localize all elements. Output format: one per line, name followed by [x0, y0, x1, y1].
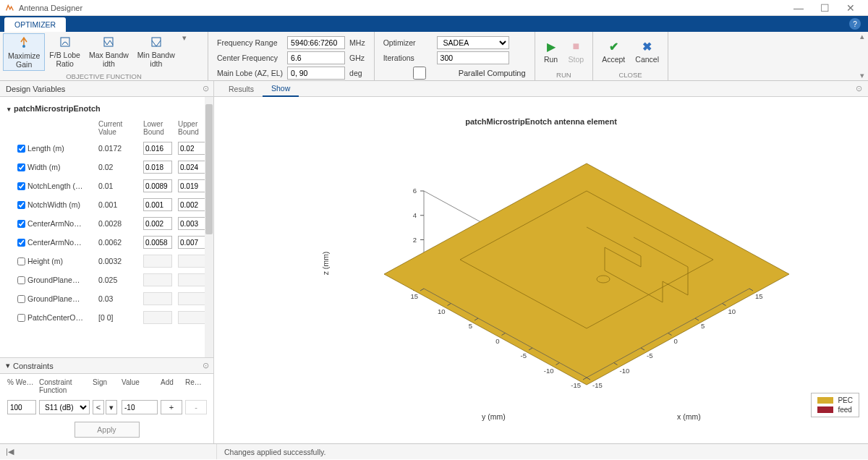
dv-row: GroundPlane…0.03: [0, 289, 205, 308]
gear-icon[interactable]: ⊙: [203, 84, 209, 93]
optimizer-select[interactable]: SADEA: [437, 36, 509, 49]
scrollbar-thumb[interactable]: [205, 104, 213, 234]
main-area: Design Variables ⊙ patchMicrostripEnotch…: [0, 81, 868, 443]
max-bandwidth-button[interactable]: Max Bandw idth: [85, 33, 133, 69]
dv-name: GroundPlane…: [27, 294, 80, 303]
dv-lower-input[interactable]: [143, 198, 172, 211]
freq-range-unit: MHz: [349, 38, 365, 47]
dv-lower-input[interactable]: [143, 311, 172, 324]
dv-row: Height (m)0.0032: [0, 252, 205, 271]
svg-text:5: 5: [701, 322, 705, 330]
y-axis-label: y (mm): [482, 412, 506, 421]
dv-name: PatchCenterO…: [27, 313, 83, 322]
dv-section-toggle[interactable]: patchMicrostripEnotch: [0, 100, 205, 117]
dv-row: Length (m)0.0172: [0, 139, 205, 158]
objective-dropdown[interactable]: ▾: [179, 33, 190, 43]
nav-first-button[interactable]: |◀: [0, 444, 217, 459]
main-lobe-input[interactable]: [287, 67, 345, 80]
svg-text:6: 6: [413, 187, 417, 195]
dv-upper-input[interactable]: [178, 198, 205, 211]
apply-button[interactable]: Apply: [75, 422, 140, 438]
svg-text:2: 2: [413, 236, 417, 244]
dv-lower-input[interactable]: [143, 292, 172, 305]
help-button[interactable]: ?: [849, 18, 861, 30]
dv-upper-input[interactable]: [178, 142, 205, 155]
matlab-icon: [4, 3, 14, 13]
dv-name: CenterArmNo…: [27, 238, 82, 247]
dv-upper-input[interactable]: [178, 273, 205, 286]
dv-checkbox[interactable]: [17, 239, 25, 247]
dv-checkbox[interactable]: [17, 201, 25, 209]
lobe-icon: [58, 35, 72, 49]
iterations-label: Iterations: [383, 54, 433, 62]
dv-current-value: 0.0028: [98, 219, 137, 228]
gear-icon[interactable]: ⊙: [856, 84, 862, 93]
dv-row: GroundPlane…0.025: [0, 271, 205, 289]
tab-show[interactable]: Show: [263, 81, 299, 97]
dv-upper-input[interactable]: [178, 217, 205, 230]
center-freq-input[interactable]: [287, 51, 345, 64]
dv-upper-input[interactable]: [178, 292, 205, 305]
dv-lower-input[interactable]: [143, 217, 172, 230]
optimizer-label: Optimizer: [383, 38, 433, 47]
dv-checkbox[interactable]: [17, 276, 25, 284]
ribbon-collapse-down[interactable]: ▾: [858, 71, 867, 80]
tab-optimizer[interactable]: OPTIMIZER: [4, 17, 66, 32]
dv-lower-input[interactable]: [143, 273, 172, 286]
dv-lower-input[interactable]: [143, 161, 172, 174]
dv-lower-input[interactable]: [143, 142, 172, 155]
dv-name: CenterArmNo…: [27, 219, 82, 228]
dv-checkbox[interactable]: [17, 220, 25, 228]
dv-upper-input[interactable]: [178, 179, 205, 192]
dv-lower-input[interactable]: [143, 255, 172, 268]
constraints-header[interactable]: ▾Constraints ⊙: [0, 358, 213, 374]
dv-checkbox[interactable]: [17, 182, 25, 190]
constraint-add-button[interactable]: +: [161, 400, 182, 414]
center-freq-unit: GHz: [349, 54, 365, 62]
dv-checkbox[interactable]: [17, 145, 25, 153]
plot-3d: -20246 -15-10-5051015 -15-10-505101: [301, 126, 822, 444]
dv-checkbox[interactable]: [17, 295, 25, 303]
svg-text:-15: -15: [592, 381, 603, 389]
parallel-checkbox[interactable]: [383, 67, 456, 80]
titlebar: Antenna Designer — ☐ ✕: [0, 0, 868, 16]
svg-text:15: 15: [410, 292, 418, 300]
dv-lower-input[interactable]: [143, 179, 172, 192]
fb-lobe-ratio-button[interactable]: F/B Lobe Ratio: [45, 33, 85, 69]
ribbon-collapse-up[interactable]: ▴: [858, 32, 867, 41]
gear-icon[interactable]: ⊙: [203, 361, 209, 370]
dv-lower-input[interactable]: [143, 236, 172, 249]
dv-checkbox[interactable]: [17, 314, 25, 322]
check-icon: ✔: [606, 39, 621, 54]
tab-results[interactable]: Results: [220, 82, 263, 96]
iterations-input[interactable]: [437, 51, 509, 64]
maximize-button[interactable]: ☐: [812, 1, 838, 15]
close-window-button[interactable]: ✕: [838, 1, 864, 15]
dv-name: Height (m): [27, 257, 63, 265]
plot-area[interactable]: patchMicrostripEnotch antenna element -2…: [214, 97, 868, 443]
min-bandwidth-button[interactable]: Min Bandw idth: [133, 33, 179, 69]
view-tabs: Results Show ⊙: [214, 81, 868, 97]
constraint-remove-button[interactable]: -: [185, 400, 207, 414]
minimize-button[interactable]: —: [786, 1, 812, 15]
dv-upper-input[interactable]: [178, 161, 205, 174]
dv-checkbox[interactable]: [17, 257, 25, 265]
objective-group-label: OBJECTIVE FUNCTION: [0, 71, 208, 82]
constraint-sign-dropdown[interactable]: ▾: [106, 400, 117, 414]
maximize-gain-button[interactable]: Maximize Gain: [3, 33, 45, 71]
accept-button[interactable]: ✔ Accept: [597, 38, 629, 65]
constraint-value-input[interactable]: [122, 400, 158, 414]
dv-scrollbar[interactable]: [205, 97, 213, 357]
stop-button[interactable]: ■ Stop: [564, 38, 589, 65]
run-button[interactable]: ▶ Run: [540, 38, 563, 65]
pec-surface: [384, 163, 789, 385]
dv-upper-input[interactable]: [178, 255, 205, 268]
constraint-weight-input[interactable]: [7, 400, 36, 414]
dv-upper-input[interactable]: [178, 311, 205, 324]
dv-upper-input[interactable]: [178, 236, 205, 249]
cancel-button[interactable]: ✖ Cancel: [631, 38, 663, 65]
dv-checkbox[interactable]: [17, 163, 25, 171]
constraint-sign-button[interactable]: <: [93, 400, 104, 414]
constraint-func-select[interactable]: S11 (dB): [39, 400, 90, 414]
freq-range-input[interactable]: [287, 36, 345, 49]
